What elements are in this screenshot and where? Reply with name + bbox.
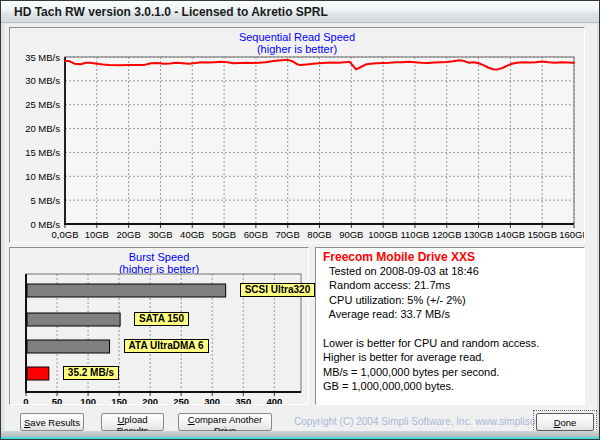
titlebar[interactable]: HD Tach RW version 3.0.1.0 - Licensed to… — [1, 1, 599, 23]
sequential-read-chart: 0 MB/s5 MB/s10 MB/s15 MB/s20 MB/s25 MB/s… — [10, 28, 584, 242]
drive-info-line: GB = 1,000,000,000 bytes. — [323, 380, 582, 394]
svg-text:5 MB/s: 5 MB/s — [30, 195, 60, 206]
svg-text:50GB: 50GB — [212, 229, 236, 240]
svg-text:80GB: 80GB — [307, 229, 331, 240]
compare-drive-button[interactable]: Compare Another Drive — [178, 413, 272, 431]
done-button[interactable]: Done — [536, 413, 594, 431]
svg-text:20 MB/s: 20 MB/s — [25, 123, 60, 134]
svg-text:30 MB/s: 30 MB/s — [25, 75, 60, 86]
svg-text:150: 150 — [111, 396, 127, 404]
drive-info-line: MB/s = 1,000,000 bytes per second. — [323, 366, 582, 380]
drive-info-panel: Freecom Mobile Drive XXS Tested on 2008-… — [315, 247, 585, 405]
svg-text:35 MB/s: 35 MB/s — [25, 52, 60, 63]
window-border-bottom — [1, 431, 599, 439]
drive-info-line: CPU utilization: 5% (+/- 2%) — [323, 294, 582, 308]
svg-text:0: 0 — [23, 396, 28, 404]
app-window: HD Tach RW version 3.0.1.0 - Licensed to… — [0, 0, 600, 440]
svg-text:25 MB/s: 25 MB/s — [25, 99, 60, 110]
drive-info-lines: Tested on 2008-09-03 at 18:46 Random acc… — [323, 265, 582, 395]
svg-text:0,0GB: 0,0GB — [52, 229, 79, 240]
drive-info-line — [323, 323, 582, 337]
svg-text:110GB: 110GB — [401, 229, 430, 240]
svg-text:140GB: 140GB — [496, 229, 526, 240]
sequential-read-panel: Sequential Read Speed (higher is better)… — [9, 27, 585, 243]
svg-text:250: 250 — [173, 396, 189, 404]
client-area: Sequential Read Speed (higher is better)… — [5, 24, 597, 433]
bar-value-label: SCSI Ultra320 — [240, 283, 316, 297]
svg-text:20GB: 20GB — [116, 229, 140, 240]
svg-text:160GB: 160GB — [559, 229, 584, 240]
bar-value-label: 35.2 MB/s — [63, 366, 119, 380]
upload-results-button[interactable]: Upload Results — [101, 413, 164, 431]
bar-value-label: ATA UltraDMA 6 — [124, 339, 209, 353]
svg-text:30GB: 30GB — [148, 229, 172, 240]
svg-text:0 MB/s: 0 MB/s — [30, 219, 60, 230]
svg-text:90GB: 90GB — [339, 229, 363, 240]
svg-text:120GB: 120GB — [432, 229, 462, 240]
burst-speed-chart: 050100150200250300350400 — [10, 248, 308, 404]
svg-text:70GB: 70GB — [276, 229, 300, 240]
drive-info-title: Freecom Mobile Drive XXS — [323, 250, 475, 264]
burst-speed-panel: Burst Speed (higher is better) 050100150… — [9, 247, 309, 405]
drive-info-line: Random access: 21.7ms — [323, 279, 582, 293]
svg-text:100: 100 — [80, 396, 96, 404]
svg-text:100GB: 100GB — [368, 229, 398, 240]
svg-text:200: 200 — [142, 396, 158, 404]
drive-info-line: Higher is better for average read. — [323, 351, 582, 365]
svg-text:150GB: 150GB — [527, 229, 557, 240]
drive-info-line: Lower is better for CPU and random acces… — [323, 337, 582, 351]
svg-text:15 MB/s: 15 MB/s — [25, 147, 60, 158]
svg-text:60GB: 60GB — [244, 229, 268, 240]
svg-text:350: 350 — [235, 396, 251, 404]
drive-info-line: Tested on 2008-09-03 at 18:46 — [323, 265, 582, 279]
save-results-button[interactable]: Save Results — [20, 413, 84, 431]
svg-text:10 MB/s: 10 MB/s — [25, 171, 60, 182]
svg-text:400: 400 — [266, 396, 282, 404]
svg-text:130GB: 130GB — [464, 229, 494, 240]
drive-info-line: Average read: 33.7 MB/s — [323, 308, 582, 322]
svg-text:300: 300 — [204, 396, 220, 404]
svg-text:10GB: 10GB — [85, 229, 109, 240]
svg-text:50: 50 — [52, 396, 63, 404]
bar-value-label: SATA 150 — [134, 312, 189, 326]
svg-text:40GB: 40GB — [180, 229, 204, 240]
window-title: HD Tach RW version 3.0.1.0 - Licensed to… — [14, 5, 328, 19]
